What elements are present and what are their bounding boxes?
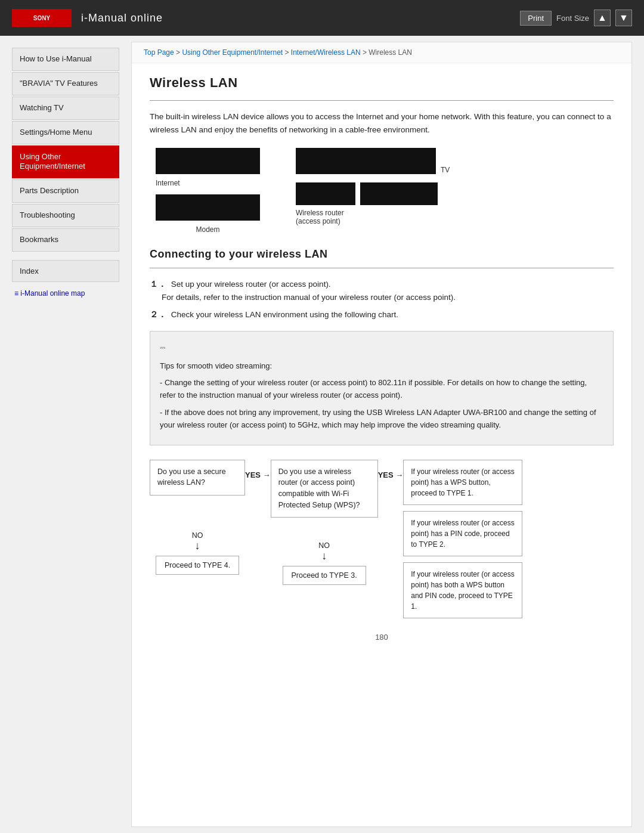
flowchart-q2-box: Do you use a wireless router (or access … [271,460,378,518]
sidebar-item-troubleshooting[interactable]: Troubleshooting [12,204,119,227]
q2-no-arrow: ↓ [321,550,327,562]
header-controls: Print Font Size ▲ ▼ [520,10,632,26]
flowchart-q1-box: Do you use a secure wireless LAN? [150,460,245,496]
q1-no-arrow: ↓ [195,540,200,552]
step-2-num: ２． [150,310,166,319]
diagram-box-top-left [156,148,260,174]
tip-line-2: - If the above does not bring any improv… [160,407,603,432]
font-decrease-button[interactable]: ▼ [615,10,632,26]
font-increase-button[interactable]: ▲ [594,10,611,26]
flowchart: Do you use a secure wireless LAN? NO ↓ P… [150,460,614,621]
flowchart-col1: Do you use a secure wireless LAN? NO ↓ P… [150,460,245,575]
modem-label: Modem [156,225,260,234]
diagram: Internet Modem TV [150,148,614,234]
tip-line-1: - Change the setting of your wireless ro… [160,377,603,402]
yes-arrow-1: YES → [245,460,271,479]
content-area: Wireless LAN The built-in wireless LAN d… [132,63,631,665]
proceed-type3-text: Proceed to TYPE 3. [292,571,357,580]
yes-arrow-2: YES → [378,460,404,479]
page-number: 180 [150,621,614,648]
diagram-router-box1 [296,182,355,205]
diagram-left: Internet Modem [156,148,260,234]
breadcrumb-sep1: > [176,48,182,57]
header: SONY i-Manual online Print Font Size ▲ ▼ [0,0,644,36]
diagram-modem-box [156,194,260,221]
result-3-text: If your wireless router (or access point… [411,570,514,611]
internet-label: Internet [156,179,260,187]
result-box-1: If your wireless router (or access point… [403,460,522,505]
result-2-text: If your wireless router (or access point… [411,519,514,549]
print-button[interactable]: Print [520,11,552,26]
step-1: １． Set up your wireless router (or acces… [150,278,614,304]
title-divider [150,100,614,101]
breadcrumb-top-page[interactable]: Top Page [144,48,174,57]
logo-text: SONY [33,15,50,21]
q1-yes-label: YES → [245,470,271,479]
section-title: Connecting to your wireless LAN [150,248,614,261]
font-size-label: Font Size [556,14,589,23]
diagram-router-top-box [296,148,436,174]
tv-row: TV [296,148,450,174]
q1-no-label: NO [192,531,203,540]
breadcrumb-equipment[interactable]: Using Other Equipment/Internet [182,48,283,57]
flowchart-col1-no: NO ↓ [192,531,203,552]
sidebar-item-bravia[interactable]: "BRAVIA" TV Features [12,72,119,95]
breadcrumb: Top Page > Using Other Equipment/Interne… [132,42,631,63]
flowchart-q1-text: Do you use a secure wireless LAN? [157,467,226,487]
router-area: Wireless router(access point) [296,182,450,225]
breadcrumb-wireless-lan[interactable]: Internet/Wireless LAN [291,48,361,57]
breadcrumb-sep3: > [363,48,369,57]
sony-logo: SONY [12,9,72,27]
sidebar-map-link[interactable]: i-Manual online map [12,289,119,298]
diagram-router-box2 [360,182,438,205]
step-1-sub: For details, refer to the instruction ma… [162,293,456,302]
proceed-type4-text: Proceed to TYPE 4. [165,561,230,569]
app-title: i-Manual online [81,12,163,24]
main-content: Top Page > Using Other Equipment/Interne… [131,42,632,827]
sidebar-item-settings[interactable]: Settings/Home Menu [12,121,119,144]
flowchart-col2: Do you use a wireless router (or access … [271,460,378,585]
sidebar-item-parts[interactable]: Parts Description [12,179,119,203]
sidebar-item-equipment[interactable]: Using Other Equipment/Internet [12,145,119,179]
router-label: Wireless router(access point) [296,209,450,225]
result-box-3: If your wireless router (or access point… [403,562,522,618]
tip-box: ⎓ Tips for smooth video streaming: - Cha… [150,331,614,445]
flowchart-q2-text: Do you use a wireless router (or access … [278,467,360,509]
sidebar-item-how-to-use[interactable]: How to Use i-Manual [12,48,119,71]
step-1-num: １． [150,280,166,289]
body-layout: How to Use i-Manual "BRAVIA" TV Features… [0,36,644,833]
proceed-type4-box: Proceed to TYPE 4. [156,556,239,575]
intro-text: The built-in wireless LAN device allows … [150,110,614,136]
sidebar: How to Use i-Manual "BRAVIA" TV Features… [0,42,125,827]
result-1-text: If your wireless router (or access point… [411,467,514,497]
q2-yes-label: YES → [378,470,404,479]
tv-label: TV [441,166,450,174]
page-title: Wireless LAN [150,75,614,91]
router-boxes-row [296,182,450,205]
tip-icon: ⎓ [160,340,603,355]
result-box-2: If your wireless router (or access point… [403,511,522,556]
breadcrumb-current: Wireless LAN [369,48,412,57]
breadcrumb-sep2: > [285,48,291,57]
step-1-main: Set up your wireless router (or access p… [171,280,331,289]
steps-list: １． Set up your wireless router (or acces… [150,278,614,321]
section-divider [150,268,614,268]
tip-heading: Tips for smooth video streaming: [160,360,603,373]
flowchart-col2-no: NO ↓ [318,541,330,562]
header-left: SONY i-Manual online [12,9,163,27]
step-2-main: Check your wireless LAN environment usin… [171,310,398,319]
sidebar-index[interactable]: Index [12,260,119,282]
diagram-right: TV Wireless router(access point) [296,148,450,225]
step-2: ２． Check your wireless LAN environment u… [150,308,614,321]
sidebar-item-watching[interactable]: Watching TV [12,97,119,120]
proceed-type3-box: Proceed to TYPE 3. [283,566,366,585]
q2-no-label: NO [318,541,330,550]
sidebar-item-bookmarks[interactable]: Bookmarks [12,228,119,252]
flowchart-col3: If your wireless router (or access point… [403,460,522,621]
